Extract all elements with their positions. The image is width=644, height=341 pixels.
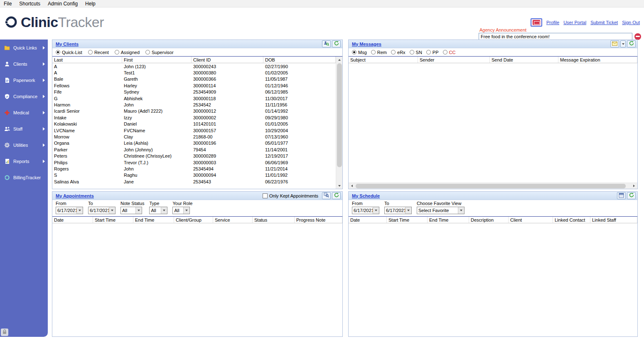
column-header-last[interactable]: Last <box>52 57 122 63</box>
refresh-schedule-button[interactable] <box>627 192 636 199</box>
client-row[interactable]: Salinas Alva Jane 2534543 06/22/1976 <box>52 178 336 185</box>
appointments-to-date-picker[interactable]: 6/17/2021 <box>88 207 116 214</box>
agency-announcement-input[interactable] <box>479 33 632 40</box>
client-row[interactable]: Rogers John 25345494 11/21/2014 <box>52 166 336 172</box>
my-schedule-title-link[interactable]: My Schedule <box>352 193 380 198</box>
menu-help[interactable]: Help <box>81 1 99 7</box>
schedule-to-date-picker[interactable]: 6/17/2021 <box>384 207 412 214</box>
only-kept-appointments-checkbox[interactable]: Only Kept Appointments <box>263 193 318 198</box>
client-row[interactable]: Harmon John 2534542 11/11/1956 <box>52 101 336 108</box>
column-header-end-time[interactable]: End Time <box>428 217 469 223</box>
my-appointments-title-link[interactable]: My Appointments <box>56 193 94 198</box>
sidebar-item-quick-links[interactable]: Quick Links <box>0 40 48 56</box>
filter-radio[interactable]: Msg <box>352 50 367 55</box>
column-header-start-time[interactable]: Start Time <box>93 217 133 223</box>
sign-out-link[interactable]: Sign Out <box>622 20 640 25</box>
client-row[interactable]: G Abhishek 300000118 11/30/2017 <box>52 95 336 101</box>
sidebar-item-clients[interactable]: Clients <box>0 56 48 72</box>
column-header-linked-staff[interactable]: Linked Staff <box>590 217 637 223</box>
column-header-linked-contact[interactable]: Linked Contact <box>553 217 590 223</box>
appointment-search-button[interactable] <box>322 192 331 199</box>
filter-radio[interactable]: Quick-List <box>56 50 82 55</box>
sidebar-item-paperwork[interactable]: Paperwork <box>0 72 48 88</box>
client-row[interactable]: Kolakowski Daniel 101420101 01/01/2005 <box>52 121 336 127</box>
scroll-right-button[interactable] <box>631 183 637 189</box>
scroll-up-button[interactable] <box>336 57 343 63</box>
client-row[interactable]: Fellows Harley 300000114 01/12/1946 <box>52 82 336 89</box>
filter-radio[interactable]: PP <box>426 50 439 55</box>
type-select[interactable]: All <box>149 207 167 214</box>
column-header-service[interactable]: Service <box>213 217 253 223</box>
refresh-clients-button[interactable] <box>332 40 341 47</box>
client-row[interactable]: Intake Izzy 300000002 09/29/1980 <box>52 114 336 121</box>
column-header-message-expiration[interactable]: Message Expiration <box>558 57 637 63</box>
schedule-calendar-button[interactable] <box>617 192 626 199</box>
column-header-send-date[interactable]: Send Date <box>490 57 558 63</box>
client-search-button[interactable] <box>322 40 331 47</box>
sidebar-item-reports[interactable]: Reports <box>0 153 48 169</box>
messages-horizontal-scrollbar[interactable] <box>349 183 637 189</box>
refresh-messages-button[interactable] <box>627 40 636 47</box>
menu-file[interactable]: File <box>0 1 15 7</box>
client-row[interactable]: A Test1 300000380 01/02/2005 <box>52 69 336 76</box>
refresh-appointments-button[interactable] <box>332 192 341 199</box>
client-row[interactable]: Peters Christinee (ChrissyLee) 300000289… <box>52 153 336 159</box>
filter-radio[interactable]: Assigned <box>115 50 140 55</box>
filter-radio[interactable]: Supervisor <box>145 50 174 55</box>
scroll-down-button[interactable] <box>336 183 343 189</box>
my-clients-title-link[interactable]: My Clients <box>56 42 79 47</box>
note-status-select[interactable]: All <box>120 207 142 214</box>
column-header-client-id[interactable]: Client ID <box>192 57 263 63</box>
client-row[interactable]: A John (123) 300000243 02/27/1990 <box>52 63 336 69</box>
column-header-start-time[interactable]: Start Time <box>387 217 428 223</box>
menu-shortcuts[interactable]: Shortcuts <box>15 1 44 7</box>
filter-radio[interactable]: Recent <box>88 50 109 55</box>
announcement-toggle-button[interactable] <box>531 18 542 27</box>
scrollbar-thumb[interactable] <box>337 63 342 167</box>
column-header-date[interactable]: Date <box>349 217 387 223</box>
schedule-from-date-picker[interactable]: 6/17/2021 <box>352 207 379 214</box>
sidebar-item-staff[interactable]: Staff <box>0 121 48 137</box>
my-messages-title-link[interactable]: My Messages <box>352 42 381 47</box>
client-row[interactable]: Fife Sydney 253454909 06/12/1985 <box>52 89 336 95</box>
column-header-dob[interactable]: DOB <box>263 57 336 63</box>
user-portal-link[interactable]: User Portal <box>563 20 586 25</box>
sidebar-item-medical[interactable]: Medical <box>0 104 48 121</box>
client-row[interactable]: Icardi Senior Mauro (Add'l 2222) 3000000… <box>52 108 336 114</box>
new-message-button[interactable] <box>610 40 619 47</box>
filter-radio[interactable]: SN <box>410 50 422 55</box>
profile-link[interactable]: Profile <box>546 20 559 25</box>
filter-radio[interactable]: eRx <box>391 50 406 55</box>
client-row[interactable]: LVCName FVCName 300000157 10/29/2004 <box>52 127 336 133</box>
filter-radio[interactable]: CC <box>443 50 456 55</box>
menu-admin-config[interactable]: Admin Config <box>44 1 81 7</box>
client-row[interactable]: Philips Trevor (T.J.) 300000003 06/06/19… <box>52 159 336 166</box>
message-options-dropdown-button[interactable] <box>620 40 626 47</box>
client-row[interactable]: Morrow Clay 21868-00 07/13/1960 <box>52 133 336 140</box>
your-role-select[interactable]: All <box>172 207 190 214</box>
clients-vertical-scrollbar[interactable] <box>336 57 342 189</box>
submit-ticket-link[interactable]: Submit Ticket <box>590 20 618 25</box>
column-header-first[interactable]: First <box>122 57 192 63</box>
filter-radio[interactable]: Rem <box>371 50 387 55</box>
remove-announcement-button[interactable] <box>634 33 641 40</box>
column-header-progress-note[interactable]: Progress Note <box>295 217 342 223</box>
column-header-sender[interactable]: Sender <box>418 57 490 63</box>
favorite-view-select[interactable]: Select Favorite <box>417 207 465 214</box>
scroll-left-button[interactable] <box>349 183 355 189</box>
column-header-subject[interactable]: Subject <box>349 57 418 63</box>
client-row[interactable]: S Raghu 300000094 11/01/1992 <box>52 172 336 178</box>
sidebar-item-compliance[interactable]: Compliance <box>0 88 48 104</box>
column-header-client-group[interactable]: Client/Group <box>174 217 213 223</box>
scrollbar-thumb[interactable] <box>356 184 626 188</box>
sidebar-item-utilities[interactable]: Utilities <box>0 137 48 153</box>
column-header-client[interactable]: Client <box>509 217 553 223</box>
column-header-date[interactable]: Date <box>52 217 93 223</box>
client-row[interactable]: Bale Gareth 300000366 11/05/1987 <box>52 76 336 82</box>
client-row[interactable]: Parker John (Johnny) 79454 11/14/2001 <box>52 146 336 153</box>
sidebar-item-billingtracker[interactable]: BillingTracker <box>0 169 48 185</box>
appointments-from-date-picker[interactable]: 6/17/2021 <box>56 207 83 214</box>
column-header-end-time[interactable]: End Time <box>133 217 174 223</box>
column-header-description[interactable]: Description <box>469 217 509 223</box>
client-row[interactable]: Organa Leia (Ashla) 300000196 05/01/1977 <box>52 140 336 146</box>
